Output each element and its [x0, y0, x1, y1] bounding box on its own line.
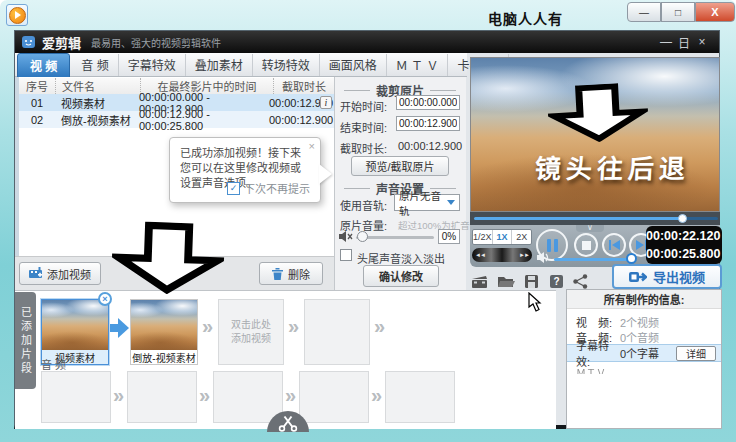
- stop-button[interactable]: [574, 233, 598, 257]
- audio-track-select[interactable]: 原片无音轨: [394, 194, 460, 211]
- clip-info-icon[interactable]: i: [320, 96, 332, 109]
- outer-minimize-button[interactable]: —: [627, 2, 661, 22]
- outer-app-icon[interactable]: [6, 4, 28, 26]
- share-icon[interactable]: [573, 274, 588, 289]
- clip-thumbnail: [42, 300, 108, 350]
- added-clips-tab[interactable]: 已添加片段: [15, 292, 36, 389]
- chevron-icon: »: [288, 315, 299, 338]
- prev-frame-button[interactable]: [602, 233, 626, 257]
- add-video-button[interactable]: 添加视频: [19, 262, 101, 285]
- time-current: 00:00:22.120: [646, 227, 719, 245]
- tab-audio[interactable]: 音 频: [72, 54, 117, 76]
- app-logo-icon: [22, 35, 36, 49]
- speaker-icon: [537, 252, 551, 263]
- speed-half-button[interactable]: 1/2X: [473, 230, 492, 244]
- tab-video[interactable]: 视 频: [17, 53, 70, 78]
- player-volume-knob[interactable]: [626, 253, 637, 264]
- scissors-button[interactable]: [267, 411, 309, 432]
- chevron-icon: »: [374, 315, 385, 338]
- info-row-partial: ＭＴＶ: [567, 362, 721, 377]
- cut-duration-label: 截取时长:: [340, 140, 387, 156]
- main-tab-bar: 视 频 音 频 字幕特效 叠加素材 转场特效 画面风格 Ｍ Ｔ Ｖ 卡拉OK 升…: [15, 53, 467, 77]
- scissors-icon: [278, 415, 298, 432]
- app-tagline: 最易用、强大的视频剪辑软件: [91, 35, 221, 50]
- app-maximize-button[interactable]: 日: [675, 34, 693, 51]
- remove-clip-icon[interactable]: ×: [98, 292, 112, 306]
- app-title: 爱剪辑: [42, 33, 81, 52]
- tab-mtv[interactable]: Ｍ Ｔ Ｖ: [386, 54, 448, 76]
- open-folder-icon[interactable]: [498, 275, 515, 288]
- start-time-input[interactable]: [396, 95, 460, 110]
- tab-subtitle-fx[interactable]: 字幕特效: [118, 54, 185, 76]
- speed-2x-button[interactable]: 2X: [511, 230, 531, 244]
- end-time-label: 结束时间:: [340, 119, 387, 135]
- seek-handle[interactable]: [678, 214, 687, 223]
- outer-maximize-button[interactable]: □: [661, 2, 695, 22]
- end-time-input[interactable]: [396, 116, 460, 131]
- track-label: 使用音轨:: [340, 197, 387, 213]
- volume-slider-knob[interactable]: [357, 231, 368, 242]
- tutorial-arrow-timeline: [111, 220, 225, 296]
- dont-remind-label: 下次不再提示: [244, 180, 310, 196]
- info-title: 所有制作的信息:: [567, 290, 721, 309]
- delete-button[interactable]: 删除: [259, 262, 323, 285]
- speed-1x-button[interactable]: 1X: [492, 230, 512, 244]
- speaker-muted-icon: [339, 231, 354, 242]
- clapper-icon[interactable]: [472, 275, 489, 289]
- export-icon: [629, 270, 647, 284]
- scissors-button-wrap: [267, 411, 309, 432]
- seek-progress: [474, 217, 682, 220]
- empty-video-slot[interactable]: 双击此处 添加视频: [218, 299, 284, 365]
- added-video-tooltip: × 已成功添加视频！接下来您可以在这里修改视频或设置声音选项。 ✓ 下次不再提示: [169, 137, 321, 203]
- save-icon[interactable]: [525, 275, 538, 288]
- audio-track-label: 音 频: [41, 356, 66, 372]
- app-close-button[interactable]: ×: [693, 35, 711, 49]
- time-display: 00:00:22.120 00:00:25.800: [646, 226, 722, 264]
- chevron-icon: »: [371, 384, 382, 407]
- clip-thumbnail: [131, 300, 197, 350]
- mouse-cursor: [528, 292, 542, 312]
- outer-window-title: 电脑人人有: [488, 8, 563, 28]
- tab-overlay[interactable]: 叠加素材: [185, 54, 252, 76]
- close-icon[interactable]: ×: [309, 140, 315, 152]
- confirm-button[interactable]: 确认修改: [363, 265, 439, 287]
- info-row-subtitles[interactable]: 字幕特效: 0个字幕 详细: [567, 344, 721, 362]
- tooltip-tail: [319, 164, 332, 184]
- tutorial-arrow-preview: [547, 81, 650, 144]
- table-row[interactable]: 02 倒放-视频素材 00:00:12.900 - 00:00:25.800 0…: [19, 111, 334, 128]
- app-minimize-button[interactable]: —: [657, 35, 675, 49]
- fade-checkbox[interactable]: [340, 249, 352, 261]
- preview-caption: 镜头往后退: [534, 148, 691, 185]
- info-row-video: 视 频: 2个视频: [567, 314, 721, 329]
- tab-transition[interactable]: 转场特效: [252, 54, 319, 76]
- export-video-button[interactable]: 导出视频: [612, 264, 722, 289]
- cut-duration-value: 00:00:12.900: [398, 140, 462, 152]
- player-collapse-tab[interactable]: ∨: [576, 225, 604, 232]
- clip-label: 倒放-视频素材: [131, 350, 197, 364]
- col-name: 文件名: [56, 78, 141, 94]
- dont-remind-checkbox[interactable]: ✓: [227, 182, 240, 195]
- empty-video-slot[interactable]: [304, 299, 370, 365]
- play-icon: [9, 7, 26, 24]
- empty-audio-slot[interactable]: [41, 371, 111, 423]
- tab-style[interactable]: 画面风格: [319, 54, 386, 76]
- chevron-icon: »: [199, 384, 210, 407]
- empty-audio-slot[interactable]: [385, 371, 455, 423]
- outer-close-button[interactable]: X: [695, 2, 735, 22]
- timeline-clip-2[interactable]: 倒放-视频素材: [130, 299, 198, 365]
- empty-audio-slot[interactable]: [299, 371, 369, 423]
- production-info-panel: 所有制作的信息: 视 频: 2个视频 音 频: 0个音频 字幕特效: 0个字幕 …: [566, 289, 722, 429]
- help-icon[interactable]: ?: [550, 275, 563, 288]
- empty-audio-slot[interactable]: [127, 371, 197, 423]
- player-volume-track[interactable]: [554, 258, 630, 261]
- volume-percent-input[interactable]: [438, 229, 460, 244]
- detail-button[interactable]: 详细: [676, 346, 716, 361]
- seek-remaining: [684, 217, 718, 220]
- film-plus-icon: [29, 267, 42, 280]
- fade-label: 头尾声音淡入淡出: [357, 250, 445, 266]
- clip-order-arrow-icon: [110, 318, 129, 338]
- chevron-icon: »: [113, 384, 124, 407]
- speed-buttons: 1/2X 1X 2X: [472, 229, 532, 245]
- preview-cut-button[interactable]: 预览/截取原片: [351, 156, 449, 176]
- jog-wheel[interactable]: ◄◄ ►►: [472, 248, 532, 262]
